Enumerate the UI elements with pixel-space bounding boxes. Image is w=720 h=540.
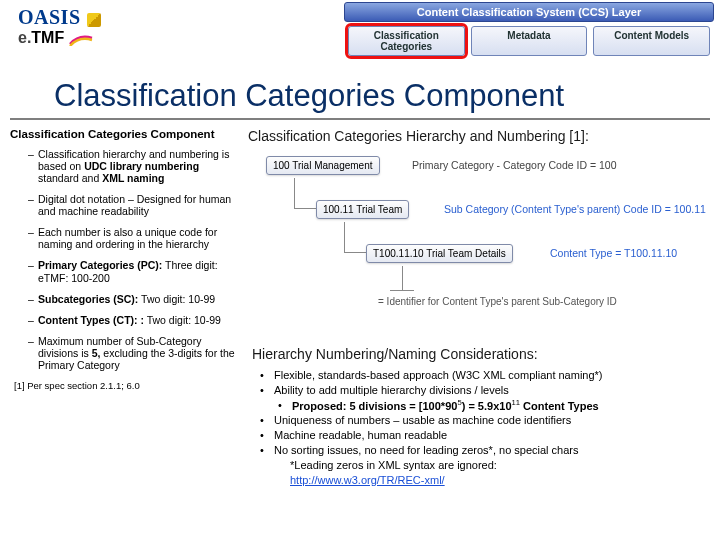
footnote: [1] Per spec section 2.1.1; 6.0 (14, 380, 242, 391)
considerations-heading: Hierarchy Numbering/Naming Consideration… (252, 346, 710, 362)
cons-2-sub: •Proposed: 5 divisions = [100*905) = 5.9… (260, 398, 710, 414)
tab-metadata[interactable]: Metadata (471, 26, 588, 56)
caption-subcategory: Sub Category (Content Type's parent) Cod… (444, 203, 706, 215)
etmf-logo: e.TMF (18, 29, 101, 47)
left-bullet-1: –Classification hierarchy and numbering … (28, 148, 242, 184)
left-column: Classification Categories Component –Cla… (10, 128, 242, 487)
node-contenttype: T100.11.10 Trial Team Details (366, 244, 513, 263)
node-subcategory: 100.11 Trial Team (316, 200, 409, 219)
cons-note: *Leading zeros in XML syntax are ignored… (260, 458, 710, 473)
cons-4: •Machine readable, human readable (260, 428, 710, 443)
tab-classification-categories[interactable]: Classification Categories (348, 26, 465, 56)
left-bullets: –Classification hierarchy and numbering … (28, 148, 242, 371)
considerations-list: •Flexible, standards-based approach (W3C… (260, 368, 710, 487)
tab-content-models[interactable]: Content Models (593, 26, 710, 56)
left-bullet-3: –Each number is also a unique code for n… (28, 226, 242, 250)
node-primary: 100 Trial Management (266, 156, 380, 175)
cons-3: •Uniqueness of numbers – usable as machi… (260, 413, 710, 428)
oasis-logo-text: OASIS (18, 6, 81, 29)
left-bullet-6: –Content Types (CT): : Two digit: 10-99 (28, 314, 242, 326)
cons-2: •Ability to add multiple hierarchy divis… (260, 383, 710, 398)
caption-primary: Primary Category - Category Code ID = 10… (412, 159, 617, 171)
cons-1: •Flexible, standards-based approach (W3C… (260, 368, 710, 383)
right-heading: Classification Categories Hierarchy and … (248, 128, 710, 144)
w3c-xml-link[interactable]: http://www.w3.org/TR/REC-xml/ (290, 473, 445, 488)
cons-5: •No sorting issues, no need for leading … (260, 443, 710, 458)
hierarchy-diagram: 100 Trial Management Primary Category - … (248, 150, 710, 338)
connector-hline-3 (390, 290, 414, 291)
header: OASIS e.TMF Content Classification Syste… (0, 0, 720, 78)
connector-hline-2 (344, 252, 366, 253)
etmf-swoosh-icon (69, 32, 93, 46)
underline-caption: = Identifier for Content Type's parent S… (378, 296, 617, 307)
right-column: Classification Categories Hierarchy and … (242, 128, 710, 487)
connector-vline-2 (344, 222, 345, 252)
connector-hline-1 (294, 208, 316, 209)
page-title: Classification Categories Component (10, 78, 710, 120)
ccs-layer-bar: Content Classification System (CCS) Laye… (344, 2, 714, 22)
oasis-logo-icon (87, 13, 101, 27)
left-bullet-5: –Subcategories (SC): Two digit: 10-99 (28, 293, 242, 305)
left-heading: Classification Categories Component (10, 128, 242, 140)
left-bullet-2: –Digital dot notation – Designed for hum… (28, 193, 242, 217)
caption-contenttype: Content Type = T100.11.10 (550, 247, 677, 259)
columns: Classification Categories Component –Cla… (0, 128, 720, 487)
ccs-header-box: Content Classification System (CCS) Laye… (344, 2, 714, 56)
etmf-tmf: TMF (31, 29, 64, 46)
connector-vline-3 (402, 266, 403, 290)
cons-link-row: http://www.w3.org/TR/REC-xml/ (260, 473, 710, 488)
connector-vline-1 (294, 178, 295, 208)
left-bullet-4: –Primary Categories (PC): Three digit: e… (28, 259, 242, 283)
logo-block: OASIS e.TMF (18, 6, 101, 47)
ccs-tabs: Classification Categories Metadata Conte… (344, 26, 714, 56)
etmf-e: e. (18, 29, 31, 46)
left-bullet-7: –Maximum number of Sub-Category division… (28, 335, 242, 371)
